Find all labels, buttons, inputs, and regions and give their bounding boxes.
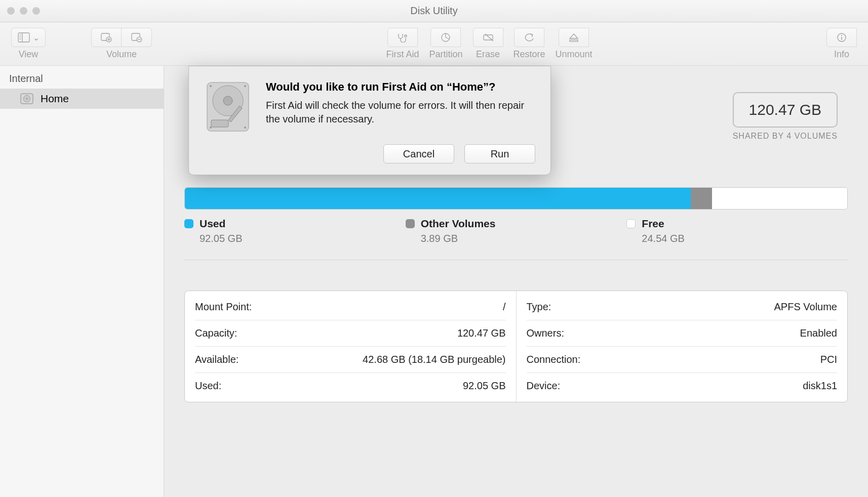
detail-value: 42.68 GB (18.14 GB purgeable)	[363, 354, 505, 365]
svg-rect-15	[570, 40, 578, 42]
detail-row: Used:92.05 GB	[195, 373, 506, 399]
legend-value: 24.54 GB	[642, 233, 848, 244]
detail-row: Capacity:120.47 GB	[195, 320, 506, 347]
eject-icon	[568, 32, 580, 43]
window-title: Disk Utility	[0, 5, 868, 17]
restore-label: Restore	[514, 49, 545, 60]
info-button[interactable]	[826, 28, 857, 47]
unmount-label: Unmount	[556, 49, 593, 60]
sidebar-item-home[interactable]: Home	[0, 89, 164, 109]
detail-value: /	[503, 301, 506, 313]
detail-row: Mount Point:/	[195, 294, 506, 320]
detail-label: Used:	[195, 380, 221, 392]
details-col-right: Type:APFS VolumeOwners:EnabledConnection…	[516, 291, 848, 402]
detail-value: 120.47 GB	[457, 327, 506, 339]
restore-button[interactable]	[514, 28, 544, 47]
first-aid-label: First Aid	[386, 49, 419, 60]
info-label: Info	[834, 49, 849, 60]
legend-item: Used92.05 GB	[184, 218, 406, 244]
capacity-total: 120.47 GB	[733, 92, 838, 128]
disk-icon	[20, 93, 33, 104]
detail-label: Owners:	[527, 327, 564, 339]
chevron-down-icon: ⌄	[33, 33, 40, 43]
usage-legend: Used92.05 GBOther Volumes3.89 GBFree24.5…	[184, 218, 848, 244]
hard-drive-icon	[204, 80, 252, 133]
usage-segment	[185, 188, 691, 209]
view-button[interactable]: ⌄	[11, 28, 46, 47]
volume-add-icon	[100, 32, 112, 43]
partition-button[interactable]	[430, 28, 461, 47]
legend-dot	[184, 219, 193, 228]
usage-section: Used92.05 GBOther Volumes3.89 GBFree24.5…	[184, 187, 848, 260]
volume-remove-icon	[131, 32, 143, 43]
pie-icon	[440, 32, 452, 43]
sidebar: Internal Home	[0, 66, 164, 497]
volume-label: Volume	[106, 49, 137, 60]
detail-value: PCI	[820, 354, 837, 365]
toolbar: ⌄ View Volume First Aid Parti	[0, 22, 868, 66]
info-icon	[836, 32, 848, 43]
legend-value: 3.89 GB	[421, 233, 627, 244]
svg-point-17	[841, 35, 842, 36]
svg-point-21	[26, 98, 28, 100]
detail-value: Enabled	[800, 327, 837, 339]
view-label: View	[19, 49, 38, 60]
partition-label: Partition	[429, 49, 462, 60]
legend-value: 92.05 GB	[200, 233, 406, 244]
svg-point-25	[223, 96, 232, 105]
divider	[184, 260, 848, 260]
detail-row: Type:APFS Volume	[527, 294, 838, 320]
detail-label: Type:	[527, 301, 551, 313]
first-aid-button[interactable]	[387, 28, 418, 47]
run-button[interactable]: Run	[464, 144, 535, 163]
detail-label: Capacity:	[195, 327, 237, 339]
detail-label: Device:	[527, 380, 561, 392]
svg-point-27	[210, 85, 212, 87]
detail-row: Available:42.68 GB (18.14 GB purgeable)	[195, 347, 506, 373]
svg-rect-26	[211, 120, 228, 127]
detail-row: Device:disk1s1	[527, 373, 838, 399]
legend-label: Other Volumes	[421, 218, 496, 230]
detail-label: Available:	[195, 354, 239, 365]
svg-point-12	[405, 35, 407, 37]
volume-remove-button[interactable]	[122, 28, 152, 47]
erase-button[interactable]	[473, 28, 503, 47]
usage-segment	[691, 188, 712, 209]
first-aid-dialog: Would you like to run First Aid on “Home…	[188, 66, 551, 175]
details-col-left: Mount Point:/Capacity:120.47 GBAvailable…	[185, 291, 516, 402]
svg-point-30	[244, 127, 246, 129]
details-card: Mount Point:/Capacity:120.47 GBAvailable…	[184, 291, 848, 402]
usage-segment	[712, 188, 847, 209]
sidebar-view-icon	[18, 32, 30, 43]
legend-item: Other Volumes3.89 GB	[406, 218, 627, 244]
volume-add-button[interactable]	[91, 28, 122, 47]
svg-point-29	[210, 127, 212, 129]
detail-label: Connection:	[527, 354, 581, 365]
legend-item: Free24.54 GB	[626, 218, 848, 244]
detail-value: APFS Volume	[774, 301, 837, 313]
capacity-badge: 120.47 GB SHARED BY 4 VOLUMES	[733, 92, 838, 141]
sidebar-item-label: Home	[41, 93, 69, 105]
detail-label: Mount Point:	[195, 301, 252, 313]
capacity-shared: SHARED BY 4 VOLUMES	[733, 132, 838, 141]
erase-label: Erase	[476, 49, 500, 60]
dialog-text: First Aid will check the volume for erro…	[266, 99, 535, 126]
legend-label: Free	[642, 218, 664, 230]
detail-value: disk1s1	[803, 380, 837, 392]
legend-label: Used	[200, 218, 225, 230]
cancel-button[interactable]: Cancel	[383, 144, 454, 163]
stethoscope-icon	[397, 32, 409, 43]
svg-point-28	[244, 85, 246, 87]
restore-icon	[523, 32, 535, 43]
usage-bar	[184, 187, 848, 210]
erase-icon	[482, 32, 494, 43]
dialog-title: Would you like to run First Aid on “Home…	[266, 80, 535, 94]
detail-row: Connection:PCI	[527, 347, 838, 373]
legend-dot	[406, 219, 415, 228]
svg-rect-0	[18, 33, 29, 42]
legend-dot	[626, 219, 636, 228]
titlebar: Disk Utility	[0, 0, 868, 22]
detail-value: 92.05 GB	[463, 380, 506, 392]
sidebar-header-internal: Internal	[0, 66, 164, 89]
unmount-button[interactable]	[559, 28, 589, 47]
